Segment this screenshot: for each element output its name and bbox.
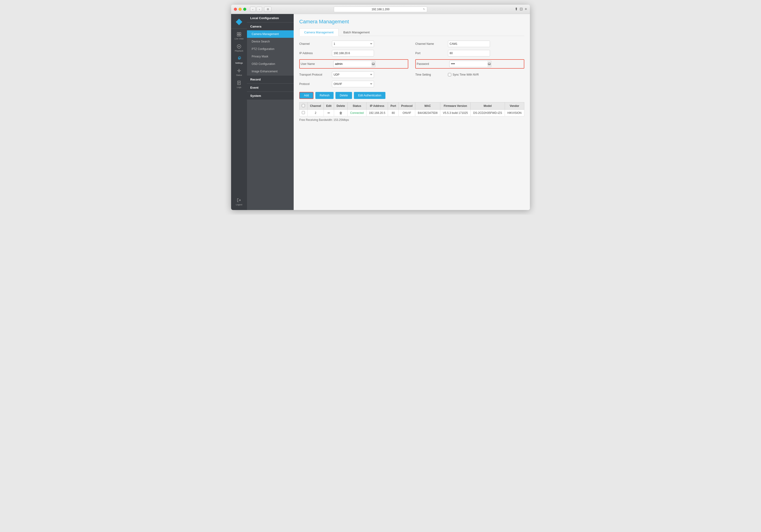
url-bar[interactable]: 192.168.1.200 ↻ [334,7,427,12]
svg-rect-1 [239,32,241,34]
sidebar-event-group[interactable]: Event [247,84,294,91]
main-content: Camera Management Camera Management Batc… [294,14,530,210]
sidebar-item-osd-configuration[interactable]: OSD Configuration [247,60,294,68]
tab-camera-management[interactable]: Camera Management [299,28,338,36]
password-icon-button[interactable] [488,61,492,67]
sidebar-item-logs[interactable]: Logs [231,78,247,90]
table-header-row: Channel Edit Delete Status IP Address Po… [300,102,524,110]
logs-icon [237,80,241,85]
channel-name-row: Channel Name [415,41,524,47]
row-mac: B4A3823475D8 [415,110,440,116]
col-edit: Edit [324,102,334,110]
svg-rect-3 [239,34,241,36]
svg-point-6 [238,70,240,72]
password-row: Password [415,59,524,69]
edit-auth-button[interactable]: Edit Authentication [354,92,385,99]
sync-time-checkbox[interactable] [448,73,451,76]
row-port: 80 [388,110,399,116]
bandwidth-info: Free Receiving Bandwidth: 153.25Mbps [299,118,524,122]
close-button[interactable] [234,8,237,11]
sidebar-item-logout[interactable]: Logout [231,195,247,208]
reload-icon[interactable]: ↻ [423,8,425,11]
channel-row: Channel 1 [299,41,408,47]
sync-time-checkbox-label[interactable]: Sync Time With NVR [448,73,479,76]
icon-bar: Live View Playback Settings [231,14,247,210]
tab-batch-management[interactable]: Batch Management [338,28,375,36]
sidebar: Local Configuration Camera Camera Manage… [247,14,294,210]
row-protocol: ONVIF [399,110,415,116]
minimize-button[interactable] [239,8,242,11]
settings-label: Settings [235,62,243,64]
sidebar-item-live-view[interactable]: Live View [231,29,247,42]
sync-time-text: Sync Time With NVR [453,73,479,76]
sidebar-record-group[interactable]: Record [247,76,294,83]
live-view-label: Live View [235,37,244,40]
playback-label: Playback [235,50,244,52]
page-title: Camera Management [299,19,524,25]
port-row: Port [415,50,524,56]
select-all-checkbox[interactable] [302,104,305,107]
app-window: ‹ › ⊟ 192.168.1.200 ↻ ⬆ ⊡ + [231,5,530,210]
sidebar-item-camera-management[interactable]: Camera Management [247,30,294,38]
edit-icon[interactable]: ✏ [327,111,330,115]
status-icon [237,68,241,73]
sidebar-item-privacy-mask[interactable]: Privacy Mask [247,53,294,60]
sidebar-item-status[interactable]: Status [231,66,247,78]
row-model: DS-2CD2H35FWD-IZS [471,110,505,116]
forward-button[interactable]: › [257,7,262,12]
share-icon[interactable]: ⬆ [515,7,518,12]
logs-label: Logs [237,86,241,88]
sidebar-item-image-enhancement[interactable]: Image Enhancement [247,68,294,75]
live-view-icon [237,32,241,37]
username-input[interactable] [333,61,372,67]
maximize-button[interactable] [243,8,246,11]
ip-address-input[interactable] [332,50,374,56]
camera-table: Channel Edit Delete Status IP Address Po… [299,102,524,116]
refresh-button[interactable]: Refresh [316,92,333,99]
tab-button[interactable]: ⊟ [264,7,271,12]
sidebar-item-playback[interactable]: Playback [231,42,247,54]
transport-protocol-row: Transport Protocol UDP TCP HTTP HTTPS [299,72,408,78]
row-edit[interactable]: ✏ [324,110,334,116]
sidebar-item-device-search[interactable]: Device Search [247,38,294,45]
username-icon-button[interactable] [372,61,376,67]
back-button[interactable]: ‹ [250,7,256,12]
protocol-select[interactable]: ONVIF RTSP HIKVISION DAHUA [332,81,374,87]
status-label: Status [236,74,242,76]
toolbar-actions: ⬆ ⊡ + [515,7,527,12]
sidebar-local-config[interactable]: Local Configuration [247,14,294,22]
add-button[interactable]: Add [299,92,314,99]
delete-button[interactable]: Delete [335,92,352,99]
col-status: Status [348,102,366,110]
keyboard-icon-password [488,63,491,65]
table-body: 2 ✏ 🗑 Connected 192.168.20.5 80 ONVIF B4… [300,110,524,116]
row-delete[interactable]: 🗑 [334,110,348,116]
protocol-row: Protocol ONVIF RTSP HIKVISION DAHUA [299,81,408,87]
transport-protocol-label: Transport Protocol [299,73,329,76]
transport-protocol-select[interactable]: UDP TCP HTTP HTTPS [332,72,374,78]
channel-name-input[interactable] [448,41,490,47]
row-channel: 2 [308,110,323,116]
row-checkbox[interactable] [302,111,305,114]
settings-icon [237,56,241,61]
tab-bar: Camera Management Batch Management [299,28,524,36]
sidebar-item-ptz-configuration[interactable]: PTZ Configuration [247,45,294,53]
sidebar-item-settings[interactable]: Settings [231,54,247,66]
channel-name-label: Channel Name [415,42,445,45]
app-body: Live View Playback Settings [231,14,530,210]
row-status: Connected [348,110,366,116]
logo-area [231,16,247,29]
delete-icon[interactable]: 🗑 [339,111,342,115]
password-input[interactable] [449,61,488,67]
sidebar-toggle-icon[interactable]: ⊡ [520,7,523,12]
sidebar-system-group[interactable]: System [247,92,294,100]
add-tab-icon[interactable]: + [525,7,527,12]
port-label: Port [415,52,445,55]
playback-icon [237,44,241,49]
col-vendor: Vendor [505,102,524,110]
sidebar-camera-group[interactable]: Camera [247,23,294,30]
logout-label: Logout [236,203,242,206]
action-buttons: Add Refresh Delete Edit Authentication [299,92,524,99]
channel-select[interactable]: 1 [332,41,374,47]
port-input[interactable] [448,50,490,56]
